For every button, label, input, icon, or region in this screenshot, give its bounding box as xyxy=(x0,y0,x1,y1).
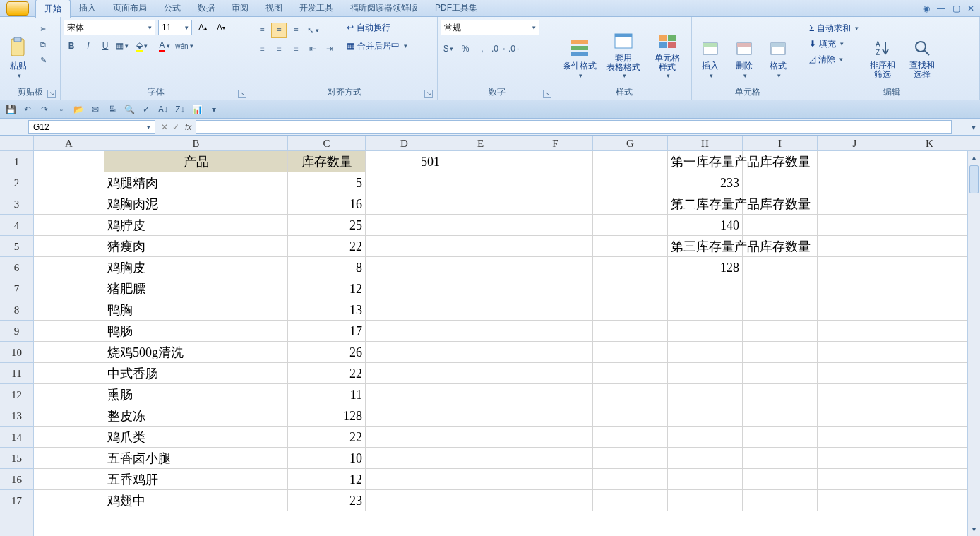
cell-K15[interactable] xyxy=(892,448,967,468)
cell-K13[interactable] xyxy=(892,405,967,426)
cell-C17[interactable]: 23 xyxy=(288,490,366,511)
cell-B7[interactable]: 猪肥膘 xyxy=(104,278,288,299)
cell-I3[interactable] xyxy=(743,193,818,214)
cell-C16[interactable]: 12 xyxy=(288,469,366,489)
cell-A7[interactable] xyxy=(34,278,104,299)
cell-B16[interactable]: 五香鸡肝 xyxy=(104,469,288,489)
cell-B11[interactable]: 中式香肠 xyxy=(104,363,288,383)
cell-D9[interactable] xyxy=(366,321,443,341)
cell-B10[interactable]: 烧鸡500g清洗 xyxy=(104,342,288,362)
cell-D10[interactable] xyxy=(366,342,443,362)
cell-I13[interactable] xyxy=(743,405,818,426)
cell-J13[interactable] xyxy=(818,405,892,426)
tab-福昕阅读器领鲜版[interactable]: 福昕阅读器领鲜版 xyxy=(342,0,426,18)
align-center-button[interactable]: ≡ xyxy=(271,41,287,56)
tab-审阅[interactable]: 审阅 xyxy=(223,0,257,18)
cell-H8[interactable] xyxy=(668,299,743,320)
cell-I12[interactable] xyxy=(743,384,818,405)
cell-B5[interactable]: 猪瘦肉 xyxy=(104,236,288,256)
cell-B13[interactable]: 整皮冻 xyxy=(104,405,288,426)
autosum-button[interactable]: Σ自动求和▾ xyxy=(806,21,861,35)
column-header-D[interactable]: D xyxy=(366,136,443,150)
cell-B2[interactable]: 鸡腿精肉 xyxy=(104,172,288,193)
cell-A3[interactable] xyxy=(34,193,104,214)
cell-G2[interactable] xyxy=(593,172,668,193)
cell-A9[interactable] xyxy=(34,321,104,341)
cell-B12[interactable]: 熏肠 xyxy=(104,384,288,405)
cell-A17[interactable] xyxy=(34,490,104,511)
cell-K6[interactable] xyxy=(892,257,967,278)
shrink-font-button[interactable]: A▾ xyxy=(213,20,229,35)
comma-button[interactable]: , xyxy=(474,41,490,56)
cell-styles-button[interactable]: 单元格 样式▾ xyxy=(647,20,688,81)
cell-H1[interactable]: 第一库存量产品库存数量 xyxy=(668,151,743,172)
column-header-E[interactable]: E xyxy=(443,136,518,150)
tab-开发工具[interactable]: 开发工具 xyxy=(291,0,342,18)
cell-K1[interactable] xyxy=(892,151,967,172)
cell-H16[interactable] xyxy=(668,469,743,489)
chart-icon[interactable]: 📊 xyxy=(191,103,203,116)
cell-C10[interactable]: 26 xyxy=(288,342,366,362)
cell-H14[interactable] xyxy=(668,427,743,447)
cell-H10[interactable] xyxy=(668,342,743,362)
insert-cells-button[interactable]: 插入▾ xyxy=(695,20,726,81)
cell-G3[interactable] xyxy=(593,193,668,214)
scroll-thumb[interactable] xyxy=(969,165,979,193)
cell-E7[interactable] xyxy=(443,278,518,299)
cell-D5[interactable] xyxy=(366,236,443,256)
cell-D3[interactable] xyxy=(366,193,443,214)
column-header-J[interactable]: J xyxy=(818,136,892,150)
align-left-button[interactable]: ≡ xyxy=(254,41,270,56)
cell-E13[interactable] xyxy=(443,405,518,426)
cell-F11[interactable] xyxy=(518,363,593,383)
cell-J14[interactable] xyxy=(818,427,892,447)
cell-H12[interactable] xyxy=(668,384,743,405)
cell-E1[interactable] xyxy=(443,151,518,172)
cell-K2[interactable] xyxy=(892,172,967,193)
column-header-F[interactable]: F xyxy=(518,136,593,150)
cell-D4[interactable] xyxy=(366,215,443,235)
cell-F7[interactable] xyxy=(518,278,593,299)
align-middle-button[interactable]: ≡ xyxy=(271,23,287,38)
phonetic-button[interactable]: wén▾ xyxy=(177,38,192,54)
cell-G13[interactable] xyxy=(593,405,668,426)
cell-G5[interactable] xyxy=(593,236,668,256)
cell-H13[interactable] xyxy=(668,405,743,426)
tab-开始[interactable]: 开始 xyxy=(35,0,71,18)
tab-视图[interactable]: 视图 xyxy=(257,0,291,18)
cell-A10[interactable] xyxy=(34,342,104,362)
cell-H7[interactable] xyxy=(668,278,743,299)
cell-F10[interactable] xyxy=(518,342,593,362)
cell-F13[interactable] xyxy=(518,405,593,426)
sort-asc-icon[interactable]: A↓ xyxy=(157,103,169,116)
cell-E15[interactable] xyxy=(443,448,518,468)
office-button[interactable] xyxy=(0,0,35,17)
cell-C15[interactable]: 10 xyxy=(288,448,366,468)
scroll-down-icon[interactable]: ▾ xyxy=(968,523,980,536)
cell-J4[interactable] xyxy=(818,215,892,235)
cell-E14[interactable] xyxy=(443,427,518,447)
tab-数据[interactable]: 数据 xyxy=(189,0,223,18)
cell-B4[interactable]: 鸡脖皮 xyxy=(104,215,288,235)
cell-I11[interactable] xyxy=(743,363,818,383)
row-header-13[interactable]: 13 xyxy=(0,405,33,427)
cell-G11[interactable] xyxy=(593,363,668,383)
cell-D17[interactable] xyxy=(366,490,443,511)
column-header-H[interactable]: H xyxy=(668,136,743,150)
cell-C7[interactable]: 12 xyxy=(288,278,366,299)
cell-H3[interactable]: 第二库存量产品库存数量 xyxy=(668,193,743,214)
cell-J8[interactable] xyxy=(818,299,892,320)
tab-PDF工具集[interactable]: PDF工具集 xyxy=(426,0,486,18)
dialog-launcher-icon[interactable]: ↘ xyxy=(543,90,551,98)
cell-J10[interactable] xyxy=(818,342,892,362)
format-cells-button[interactable]: 格式▾ xyxy=(763,20,794,81)
cell-H4[interactable]: 140 xyxy=(668,215,743,235)
cell-I14[interactable] xyxy=(743,427,818,447)
cell-B3[interactable]: 鸡胸肉泥 xyxy=(104,193,288,214)
row-header-1[interactable]: 1 xyxy=(0,151,33,172)
cell-A4[interactable] xyxy=(34,215,104,235)
column-header-I[interactable]: I xyxy=(743,136,818,150)
cell-K16[interactable] xyxy=(892,469,967,489)
cell-A8[interactable] xyxy=(34,299,104,320)
cell-K7[interactable] xyxy=(892,278,967,299)
